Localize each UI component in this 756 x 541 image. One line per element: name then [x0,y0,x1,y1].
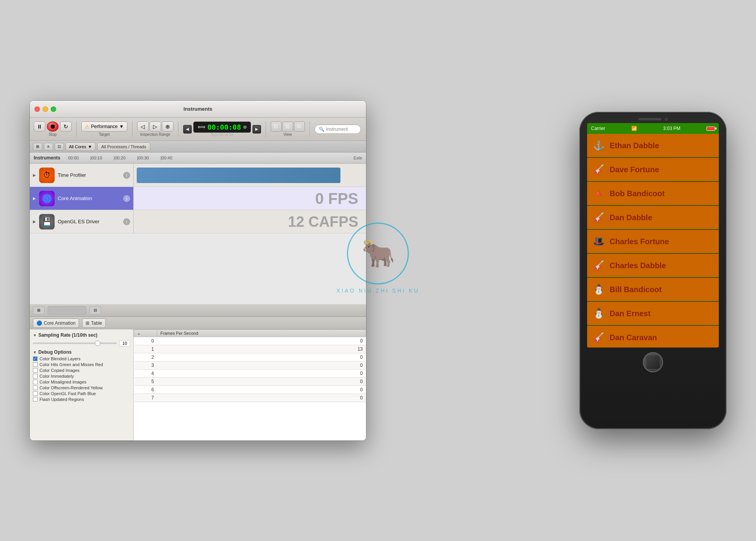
contact-item-1[interactable]: 🎸Dave Fortune [587,158,719,182]
checkbox-2[interactable] [33,368,38,373]
checkbox-4[interactable] [33,380,38,384]
home-button[interactable] [643,352,663,372]
checkbox-3[interactable] [33,374,38,378]
view-btn-2[interactable]: ⬜ [282,122,293,132]
time-profiler-info[interactable]: i [123,172,130,179]
cell-index-3: 3 [134,361,157,370]
traffic-lights [34,106,56,112]
minimize-button[interactable] [43,106,48,112]
contact-item-8[interactable]: 🎸Dan Caravan [587,326,719,348]
table-row-7: 70 [134,394,366,402]
sampling-rate-title: ▼ Sampling Rate (1/10th sec) [33,332,130,338]
core-animation-info[interactable]: i [123,195,130,202]
all-processes-btn[interactable]: All Processes / Threads [97,142,151,151]
inspection-play-button[interactable]: ▷ [149,122,161,132]
view-btn-1[interactable]: ⬜ [271,122,282,132]
checkbox-0[interactable]: ✓ [33,356,38,361]
refresh-button[interactable]: ↻ [60,122,72,132]
inspection-next-button[interactable]: ⊕ [162,122,174,132]
expand-arrow-time[interactable]: ▶ [33,173,36,177]
data-table-panel: ▲ Frames Per Second 00113203040506070 [134,329,366,440]
all-cores-select[interactable]: All Cores ▼ [65,142,96,151]
table-body: 00113203040506070 [134,337,366,402]
checkbox-row-5[interactable]: Color Offscreen-Rendered Yellow [33,385,130,390]
checkbox-row-6[interactable]: Color OpenGL Fast Path Blue [33,391,130,396]
table-row-1: 113 [134,345,366,353]
checkbox-7[interactable] [33,397,38,402]
contact-item-5[interactable]: 🎸Charles Dabble [587,254,719,278]
checkbox-row-1[interactable]: Color Hits Green and Misses Red [33,362,130,367]
table-row-2: 20 [134,353,366,361]
record-button[interactable]: ⏺ [47,122,58,132]
iphone-speaker [638,118,662,120]
contact-item-4[interactable]: 🎩Charles Fortune [587,230,719,254]
home-bar [583,352,723,372]
close-button[interactable] [34,106,40,112]
bottom-content: ▼ Sampling Rate (1/10th sec) 10 ▼ [30,329,366,440]
search-placeholder: Instrument [326,127,348,132]
core-animation-icon: 🌐 [39,191,55,206]
opengl-info[interactable]: i [123,218,130,225]
home-button-inner [646,355,660,370]
core-animation-row[interactable]: ▶ 🌐 Core Animation i 0 FPS [30,187,366,210]
contact-item-2[interactable]: 🔺Bob Bandicoot [587,182,719,206]
expand-arrow-core[interactable]: ▶ [33,196,36,200]
checkbox-5[interactable] [33,385,38,390]
expand-arrow-opengl[interactable]: ▶ [33,219,36,224]
pause-button[interactable]: ⏸ [34,122,45,132]
view-seg-3[interactable]: ⊡ [55,143,64,151]
debug-options-title: ▼ Debug Options [33,349,130,355]
time-prev-button[interactable]: ◀ [183,125,192,134]
table-panel-btn[interactable]: ⊞ Table [82,318,106,328]
sampling-slider[interactable] [33,342,117,344]
main-scene: Instruments ⏸ ⏺ ↻ Stop ⚠ Performance ▼ T… [29,38,727,503]
view-seg-1[interactable]: ⊞ [33,143,42,151]
contact-item-6[interactable]: ⛄Bill Bandicoot [587,278,719,302]
panel-small-icon[interactable]: ⊞ [33,306,45,315]
cell-index-4: 4 [134,370,157,378]
search-box[interactable]: 🔍 Instrument [314,125,361,134]
checkbox-row-4[interactable]: Color Misaligned Images [33,380,130,384]
time-profiler-name: Time Profiler [58,172,120,178]
checkbox-row-7[interactable]: Flash Updated Regions [33,397,130,402]
contact-name-7: Dan Ernest [610,309,651,318]
view-btn-3[interactable]: ⬜ [294,122,305,132]
debug-checkboxes: ✓Color Blended LayersColor Hits Green an… [33,356,130,402]
checkbox-label-1: Color Hits Green and Misses Red [40,362,103,367]
time-next-button[interactable]: ▶ [253,125,261,134]
opengl-row[interactable]: ▶ 💾 OpenGL ES Driver i 12 CAFPS [30,210,366,233]
core-animation-left: ▶ 🌐 Core Animation i [30,187,134,210]
contact-name-0: Ethan Dabble [610,141,659,150]
instruments-window: Instruments ⏸ ⏺ ↻ Stop ⚠ Performance ▼ T… [29,100,366,441]
sampling-value[interactable]: 10 [119,340,130,346]
contact-item-7[interactable]: ⛄Dan Ernest [587,302,719,326]
extend-label: Exte [354,156,362,160]
time-profiler-row[interactable]: ▶ ⏱ Time Profiler i [30,164,366,187]
checkbox-row-0[interactable]: ✓Color Blended Layers [33,356,130,361]
cell-index-1: 1 [134,345,157,353]
core-animation-panel-btn[interactable]: 🔵 Core Animation [33,318,79,328]
performance-select[interactable]: ⚠ Performance ▼ [81,122,127,132]
clock: 3:03 PM [663,126,680,131]
contact-item-3[interactable]: 🎸Dan Dabble [587,206,719,230]
opengl-left: ▶ 💾 OpenGL ES Driver i [30,210,134,233]
contact-icon-8: 🎸 [591,330,607,345]
cell-index-6: 6 [134,386,157,394]
instruments-list: ▶ ⏱ Time Profiler i ▶ 🌐 [30,164,366,304]
panel-expand-icon[interactable]: ⊟ [89,306,101,315]
zoom-button[interactable] [51,106,56,112]
checkbox-row-2[interactable]: Color Copied Images [33,368,130,373]
contact-item-0[interactable]: ⚓Ethan Dabble [587,134,719,158]
opengl-name: OpenGL ES Driver [58,219,120,224]
view-seg-2[interactable]: ≡ [44,143,53,151]
checkbox-6[interactable] [33,391,38,396]
checkbox-1[interactable] [33,362,38,367]
core-animation-track: 0 FPS [134,187,366,210]
checkbox-row-3[interactable]: Color Immediately [33,374,130,378]
inspection-label: Inspection Range [140,132,170,137]
inspection-prev-button[interactable]: ◁ [137,122,149,132]
contact-name-4: Charles Fortune [610,237,669,246]
all-processes-label: All Processes / Threads [101,144,146,149]
contact-icon-1: 🎸 [591,162,607,177]
wifi-icon: 📶 [631,126,637,131]
